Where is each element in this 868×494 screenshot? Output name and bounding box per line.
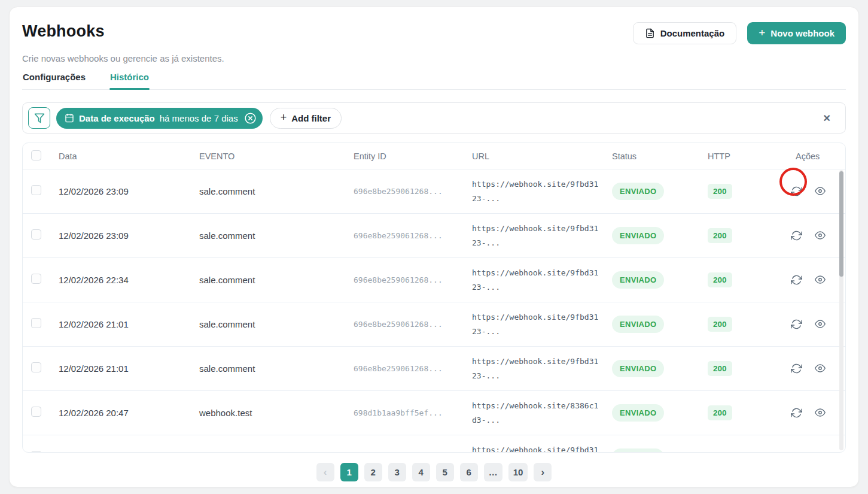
cell-http: 200 xyxy=(698,361,786,376)
cell-status: ENVIADO xyxy=(602,271,698,289)
pagination-page-1[interactable]: 1 xyxy=(340,463,358,481)
cell-checkbox xyxy=(23,407,49,419)
documentation-button[interactable]: Documentação xyxy=(633,22,737,44)
document-icon xyxy=(645,28,655,38)
row-checkbox[interactable] xyxy=(31,229,41,240)
cell-actions xyxy=(786,273,845,287)
table-row: 12/02/2026 20:47webhook.test698d1b1aa9bf… xyxy=(23,390,845,435)
cell-http: 200 xyxy=(698,405,786,420)
eye-icon xyxy=(815,230,826,241)
http-badge: 200 xyxy=(708,361,732,376)
resend-button[interactable] xyxy=(790,450,803,453)
resend-button[interactable] xyxy=(790,406,803,420)
close-filter-bar-icon[interactable]: ✕ xyxy=(823,113,831,124)
webhooks-panel: Webhooks Documentação + Novo webhook Cri… xyxy=(9,7,859,487)
table-body: 12/02/2026 23:09sale.comment696e8be25906… xyxy=(23,169,845,453)
tabs: Configurações Histórico xyxy=(22,72,846,90)
cell-url: https://webhook.site/9fbd3123-... xyxy=(462,443,602,453)
pagination-page-5[interactable]: 5 xyxy=(436,463,454,481)
pagination-page-4[interactable]: 4 xyxy=(412,463,430,481)
tab-historico[interactable]: Histórico xyxy=(109,72,150,89)
cell-actions xyxy=(786,362,845,375)
pagination: ‹123456…10› xyxy=(22,463,846,481)
pagination-page-2[interactable]: 2 xyxy=(364,463,382,481)
eye-icon xyxy=(815,363,826,374)
cell-entity-id: 696e8be259061268... xyxy=(344,275,462,284)
cell-date: 12/02/2026 21:01 xyxy=(49,319,190,329)
column-header-evento: EVENTO xyxy=(190,151,344,161)
resend-button[interactable] xyxy=(790,317,803,331)
cell-http: 200 xyxy=(698,228,786,243)
plus-icon: + xyxy=(759,27,765,38)
scrollbar-thumb[interactable] xyxy=(839,171,843,277)
eye-icon xyxy=(815,186,826,197)
filter-chip[interactable]: Data de execução há menos de 7 dias xyxy=(56,108,263,129)
column-header-status: Status xyxy=(602,151,698,161)
cell-actions xyxy=(786,184,845,198)
resend-button[interactable] xyxy=(790,362,803,375)
view-button[interactable] xyxy=(814,450,827,453)
pagination-ellipsis[interactable]: … xyxy=(484,463,502,481)
cell-actions xyxy=(786,229,845,243)
cell-checkbox xyxy=(23,185,49,198)
view-button[interactable] xyxy=(814,184,827,198)
add-filter-button[interactable]: + Add filter xyxy=(270,108,342,129)
pagination-next[interactable]: › xyxy=(534,463,552,481)
cell-date: 12/02/2026 23:09 xyxy=(49,186,190,196)
filter-button[interactable] xyxy=(28,107,50,129)
cell-http: 200 xyxy=(698,184,786,199)
http-badge: 200 xyxy=(708,184,732,199)
cell-entity-id: 696e8be259061268... xyxy=(344,231,462,240)
view-button[interactable] xyxy=(814,406,827,420)
cell-status: ENVIADO xyxy=(602,448,698,453)
http-badge: 200 xyxy=(708,228,732,243)
resend-button[interactable] xyxy=(790,273,803,287)
url-text: https://webhook.site/9fbd3123-... xyxy=(472,310,600,339)
pagination-page-3[interactable]: 3 xyxy=(388,463,406,481)
cell-status: ENVIADO xyxy=(602,404,698,422)
remove-filter-icon[interactable] xyxy=(244,112,257,125)
row-checkbox[interactable] xyxy=(31,451,41,453)
pagination-page-6[interactable]: 6 xyxy=(460,463,478,481)
resend-icon xyxy=(791,319,802,330)
webhook-history-table: Data EVENTO Entity ID URL Status HTTP Aç… xyxy=(22,143,846,453)
cell-entity-id: 696e8be259061268... xyxy=(344,320,462,329)
http-badge: 200 xyxy=(708,317,732,332)
cell-http: 200 xyxy=(698,317,786,332)
row-checkbox[interactable] xyxy=(31,185,41,195)
funnel-icon xyxy=(34,113,45,123)
new-webhook-button[interactable]: + Novo webhook xyxy=(747,22,846,44)
http-badge: 200 xyxy=(708,405,732,420)
table-row: 12/02/2026 21:01sale.comment696e8be25906… xyxy=(23,302,845,346)
cell-http: 200 xyxy=(698,272,786,287)
select-all-checkbox[interactable] xyxy=(31,150,41,160)
cell-checkbox xyxy=(23,362,49,375)
resend-icon xyxy=(791,274,802,286)
table-header: Data EVENTO Entity ID URL Status HTTP Aç… xyxy=(23,143,845,169)
url-text: https://webhook.site/9fbd3123-... xyxy=(472,266,600,295)
status-badge: ENVIADO xyxy=(612,316,664,333)
status-badge: ENVIADO xyxy=(612,404,664,422)
url-text: https://webhook.site/8386c1d3-... xyxy=(472,399,600,428)
cell-checkbox xyxy=(23,451,49,453)
view-button[interactable] xyxy=(814,317,827,331)
row-checkbox[interactable] xyxy=(31,407,41,417)
tab-configuracoes[interactable]: Configurações xyxy=(22,72,86,89)
row-checkbox[interactable] xyxy=(31,318,41,328)
pagination-page-10[interactable]: 10 xyxy=(508,463,528,481)
view-button[interactable] xyxy=(814,273,827,287)
filter-chip-field: Data de execução xyxy=(79,113,155,123)
pagination-prev[interactable]: ‹ xyxy=(316,463,334,481)
row-checkbox[interactable] xyxy=(31,362,41,372)
view-button[interactable] xyxy=(814,229,827,243)
cell-url: https://webhook.site/9fbd3123-... xyxy=(462,222,602,250)
column-header-data: Data xyxy=(49,151,190,161)
calendar-icon xyxy=(65,113,74,123)
cell-status: ENVIADO xyxy=(602,183,698,200)
scrollbar-track[interactable] xyxy=(839,170,843,450)
resend-button[interactable] xyxy=(790,184,803,198)
cell-date: 12/02/2026 23:09 xyxy=(49,231,190,241)
row-checkbox[interactable] xyxy=(31,274,41,284)
resend-button[interactable] xyxy=(790,229,803,243)
view-button[interactable] xyxy=(814,362,827,375)
